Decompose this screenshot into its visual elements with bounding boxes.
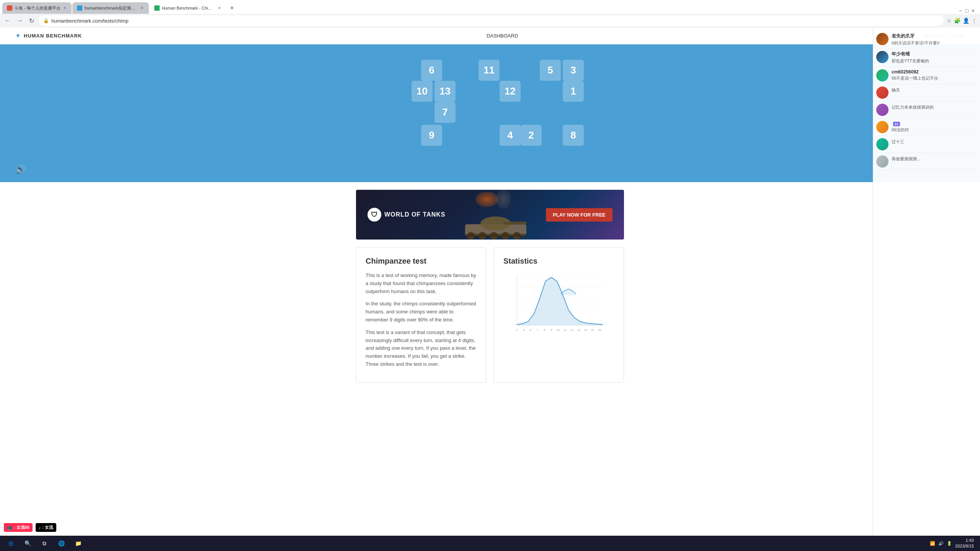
ad-cta-button[interactable]: PLAY NOW FOR FREE [546, 208, 612, 222]
svg-text:11: 11 [564, 329, 567, 331]
new-tab-button[interactable]: + [227, 3, 237, 14]
tile-6[interactable]: 6 [421, 60, 442, 81]
brand-name: HUMAN BENCHMARK [24, 33, 82, 39]
tile-2[interactable]: 2 [521, 125, 542, 146]
info-title: Chimpanzee test [366, 257, 477, 266]
tab-1[interactable]: 斗鱼 - 每个人的直播平台 × [2, 2, 72, 14]
svg-rect-2 [503, 222, 526, 225]
ad-banner: 🛡 WORLD OF TANKS PLAY NOW FOR FREE [356, 190, 624, 240]
chat-avatar-5 [876, 104, 889, 116]
statistics-panel: Statistics 4 5 6 7 [494, 247, 624, 383]
svg-text:16: 16 [598, 329, 601, 331]
info-para-1: This is a test of working memory, made f… [366, 272, 477, 295]
reload-button[interactable]: ↻ [28, 16, 36, 26]
chat-content-7: 过十三 [892, 138, 977, 150]
menu-icon[interactable]: ⋮ [972, 18, 977, 24]
info-para-2: In the study, the chimps consistently ou… [366, 300, 477, 324]
tab-3[interactable]: Human Benchmark - Chimp T... × [150, 2, 226, 14]
page-header: ✦ HUMAN BENCHMARK DASHBOARD SIGN UP LOGI… [0, 28, 980, 44]
chat-avatar-8 [876, 155, 889, 168]
tile-13[interactable]: 13 [434, 81, 456, 102]
chat-message-5: 记忆力本来就很测训的 [876, 101, 977, 119]
stats-chart: 4 5 6 7 8 9 10 11 12 13 14 15 16 [503, 272, 614, 341]
dashboard-link[interactable]: DASHBOARD [487, 33, 518, 39]
chat-content-5: 记忆力本来就很测训的 [892, 104, 977, 116]
chat-message-4: 确关 [876, 84, 977, 101]
chat-message-3: cm60256092 66不是说一哦上也记不住 [876, 67, 977, 84]
close-window-button[interactable]: × [972, 8, 975, 14]
svg-text:15: 15 [591, 329, 594, 331]
tile-4[interactable]: 4 [500, 125, 521, 146]
chat-message-1: 老失的爪牙 6则天说话不算话!不许要# [876, 31, 977, 49]
chat-content-4: 确关 [892, 86, 977, 99]
maximize-button[interactable]: □ [965, 8, 968, 14]
svg-text:13: 13 [577, 329, 580, 331]
address-bar-area: ← → ↻ 🔒 humanbenchmark.com/tests/chimp ☆… [0, 14, 980, 28]
number-grid: 6 11 5 3 10 13 12 1 7 9 4 2 8 [390, 52, 590, 167]
game-area: 6 11 5 3 10 13 12 1 7 9 4 2 8 🔊 [0, 44, 980, 182]
chat-message-7: 过十三 [876, 136, 977, 153]
tank-svg [457, 209, 534, 240]
chat-text-5: 记忆力本来就很测训的 [892, 104, 977, 110]
volume-button[interactable]: 🔊 [15, 165, 26, 174]
chat-content-8: 再做重测测测... [892, 155, 977, 168]
forward-button[interactable]: → [15, 16, 24, 26]
chat-username-3: cm60256092 [892, 69, 977, 75]
svg-text:8: 8 [544, 329, 545, 331]
svg-text:12: 12 [570, 329, 573, 331]
browser-action-buttons: ☆ 🧩 👤 ⋮ [947, 18, 977, 24]
tab-2[interactable]: humanbenchmark拟定测试_百... × [72, 2, 149, 14]
chat-avatar-2 [876, 51, 889, 63]
tile-1[interactable]: 1 [563, 81, 584, 102]
extensions-icon[interactable]: 🧩 [954, 18, 960, 24]
chat-content-2: 年少有维 那也是YTT先要榆的 [892, 51, 977, 64]
tile-11[interactable]: 11 [479, 60, 500, 81]
chat-username-2: 年少有维 [892, 51, 977, 57]
minimize-button[interactable]: − [959, 8, 962, 14]
tile-7[interactable]: 7 [434, 102, 456, 123]
volume-icon: 🔊 [15, 165, 26, 174]
tile-12[interactable]: 12 [500, 81, 521, 102]
ad-logo: 🛡 WORLD OF TANKS [368, 208, 445, 222]
tile-9[interactable]: 9 [421, 125, 442, 146]
content-area: Chimpanzee test This is a test of workin… [356, 247, 624, 398]
chat-message-2: 年少有维 那也是YTT先要榆的 [876, 49, 977, 67]
chat-text-7: 过十三 [892, 139, 977, 145]
tab-1-close[interactable]: × [63, 5, 67, 11]
profile-icon[interactable]: 👤 [963, 18, 969, 24]
chat-sidebar: 老失的爪牙 6则天说话不算话!不许要# 年少有维 那也是YTT先要榆的 cm60… [873, 28, 980, 398]
chat-avatar-4 [876, 86, 889, 99]
chat-message-8: 再做重测测测... [876, 153, 977, 170]
chat-text-4: 确关 [892, 87, 977, 93]
chat-avatar-7 [876, 138, 889, 150]
svg-text:10: 10 [557, 329, 560, 331]
stats-title: Statistics [503, 257, 614, 266]
tile-8[interactable]: 8 [563, 125, 584, 146]
chat-text-2: 那也是YTT先要榆的 [892, 58, 977, 64]
chat-username-1: 老失的爪牙 [892, 33, 977, 39]
svg-text:5: 5 [523, 329, 524, 331]
svg-text:6: 6 [530, 329, 531, 331]
back-button[interactable]: ← [3, 16, 12, 26]
tab-3-close[interactable]: × [217, 5, 222, 11]
bookmark-icon[interactable]: ☆ [947, 18, 952, 24]
url-input[interactable]: 🔒 humanbenchmark.com/tests/chimp [39, 15, 944, 26]
chat-text-8: 再做重测测测... [892, 156, 977, 162]
chat-message-6: 21 66没的对 [876, 119, 977, 136]
tab-2-close[interactable]: × [140, 5, 144, 11]
info-panel: Chimpanzee test This is a test of workin… [356, 247, 486, 383]
brand-logo: ✦ HUMAN BENCHMARK [15, 32, 82, 39]
ad-brand-name: WORLD OF TANKS [384, 211, 445, 218]
chat-text-6: 66没的对 [892, 127, 977, 133]
browser-tabs-bar: 斗鱼 - 每个人的直播平台 × humanbenchmark拟定测试_百... … [0, 0, 980, 14]
svg-text:9: 9 [550, 329, 552, 331]
main-nav: DASHBOARD [487, 33, 518, 39]
info-para-3: This test is a variant of that concept, … [366, 329, 477, 368]
tile-5[interactable]: 5 [540, 60, 561, 81]
svg-text:4: 4 [516, 329, 518, 331]
chat-text-1: 6则天说话不算话!不许要# [892, 40, 977, 46]
tile-3[interactable]: 3 [563, 60, 584, 81]
tile-10[interactable]: 10 [412, 81, 433, 102]
chart-svg: 4 5 6 7 8 9 10 11 12 13 14 15 16 [503, 272, 614, 333]
chat-avatar-1 [876, 33, 889, 45]
